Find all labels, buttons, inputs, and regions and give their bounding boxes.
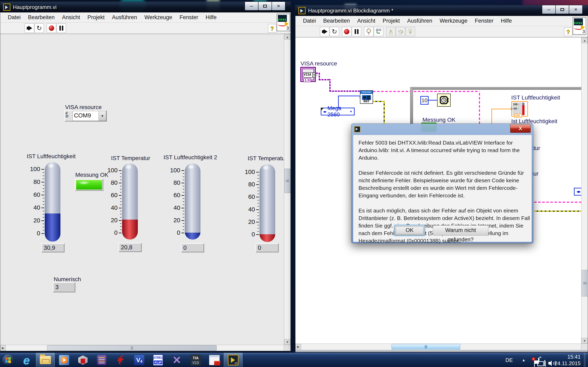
horizontal-scrollbar[interactable]: ◀ ▶ bbox=[0, 345, 291, 351]
dropdown-icon[interactable]: ▼ bbox=[99, 111, 106, 121]
taskbar-app-atmel-flip[interactable]: ATMELFLIP bbox=[149, 353, 167, 367]
com-port-value[interactable]: COM9 bbox=[72, 111, 99, 121]
visa-wire[interactable] bbox=[319, 79, 330, 80]
scrollbar-thumb[interactable] bbox=[392, 344, 460, 350]
taskbar-app-labview[interactable] bbox=[224, 353, 242, 367]
cleanup-diagram-button[interactable] bbox=[374, 27, 383, 36]
menu-datei[interactable]: Datei bbox=[5, 13, 24, 21]
minimize-button[interactable]: – bbox=[542, 5, 555, 14]
board-wire[interactable] bbox=[338, 96, 360, 96]
scroll-right-icon[interactable]: ▶ bbox=[295, 344, 301, 350]
taskbar-app-internet-explorer[interactable]: e bbox=[17, 353, 36, 367]
language-indicator[interactable]: DE bbox=[506, 357, 513, 363]
vertical-scrollbar[interactable]: ▲ ▼ bbox=[284, 34, 291, 345]
maximize-button[interactable] bbox=[258, 2, 272, 10]
menu-fenster[interactable]: Fenster bbox=[176, 13, 201, 21]
error-wire[interactable] bbox=[384, 101, 385, 124]
humidity-wire[interactable] bbox=[492, 109, 512, 109]
scrollbar-thumb[interactable] bbox=[582, 270, 588, 296]
pause-button[interactable] bbox=[352, 27, 361, 36]
taskbar-app-toolbox-app[interactable] bbox=[205, 353, 224, 367]
menu-ausführen[interactable]: Ausführen bbox=[404, 17, 435, 25]
pause-button[interactable] bbox=[57, 24, 66, 33]
messung-ok-led[interactable] bbox=[75, 179, 103, 191]
taskbar-app-keil-uvision[interactable]: V4 bbox=[130, 353, 149, 367]
visa-wire[interactable] bbox=[329, 91, 360, 92]
step-over-button[interactable] bbox=[396, 27, 405, 36]
humidity-wire[interactable] bbox=[492, 109, 492, 124]
menu-ausführen[interactable]: Ausführen bbox=[109, 13, 140, 21]
why-not-found-button[interactable]: Warum nicht gefunden? bbox=[433, 225, 488, 235]
close-button[interactable]: × bbox=[569, 5, 582, 14]
vertical-scrollbar[interactable]: ▲ ▼ bbox=[581, 38, 588, 343]
scrollbar-thumb[interactable] bbox=[285, 169, 290, 193]
taskbar-app-tia-portal[interactable]: TIAV13 bbox=[186, 353, 205, 367]
menu-hilfe[interactable]: Hilfe bbox=[203, 13, 220, 21]
titlebar[interactable]: Hauptprogramm.vi – × bbox=[0, 2, 291, 12]
enum-node-fragment[interactable]: ◀▶ bbox=[574, 188, 581, 196]
taskbar-app-windows-explorer[interactable] bbox=[36, 353, 55, 367]
while-loop-border[interactable] bbox=[410, 87, 581, 90]
ok-button[interactable]: OK bbox=[394, 225, 425, 235]
run-button[interactable] bbox=[25, 24, 34, 33]
show-desktop-button[interactable] bbox=[584, 353, 586, 367]
resource-wire[interactable] bbox=[373, 91, 480, 92]
scroll-up-icon[interactable]: ▲ bbox=[284, 34, 291, 40]
increment-decrement-icon[interactable]: ◀▶ bbox=[323, 110, 326, 113]
menu-bearbeiten[interactable]: Bearbeiten bbox=[25, 13, 58, 21]
clock[interactable]: 15:41 24.11.2015 bbox=[554, 354, 581, 367]
close-button[interactable]: × bbox=[272, 2, 285, 10]
board-type-enum[interactable]: ◀▶ Mega 2560 ▼ bbox=[321, 108, 355, 115]
humidity-indicator-terminal[interactable]: 100 - 50 - ▷ DBL bbox=[511, 101, 528, 117]
highlight-execution-button[interactable] bbox=[364, 27, 373, 36]
menu-bearbeiten[interactable]: Bearbeiten bbox=[320, 17, 353, 25]
scroll-down-icon[interactable]: ▼ bbox=[581, 338, 588, 343]
arduino-init-vi[interactable]: ARDUINO INIT bbox=[360, 90, 373, 104]
run-continuous-button[interactable]: ↻ bbox=[330, 27, 339, 36]
run-continuous-button[interactable]: ↻ bbox=[35, 24, 44, 33]
taskbar-app-media-player[interactable] bbox=[55, 353, 73, 367]
scroll-right-icon[interactable]: ▶ bbox=[0, 345, 6, 351]
scroll-down-icon[interactable]: ▼ bbox=[284, 339, 291, 345]
maximize-button[interactable] bbox=[555, 5, 569, 14]
resource-wire[interactable] bbox=[479, 91, 480, 124]
wait-wire[interactable] bbox=[429, 100, 438, 100]
while-loop-border[interactable] bbox=[410, 87, 413, 124]
abort-button[interactable] bbox=[342, 27, 351, 36]
taskbar-app-red-cube-app[interactable] bbox=[73, 353, 92, 367]
menu-fenster[interactable]: Fenster bbox=[472, 17, 497, 25]
help-button[interactable]: ? bbox=[268, 24, 276, 33]
menu-projekt[interactable]: Projekt bbox=[84, 13, 108, 21]
show-hidden-icons-icon[interactable]: ▲ bbox=[522, 358, 526, 362]
numerisch-value-box[interactable]: 3 bbox=[53, 282, 75, 292]
dropdown-icon[interactable]: ▼ bbox=[350, 110, 352, 113]
taskbar-app-atmel-studio[interactable] bbox=[92, 353, 111, 367]
menu-werkzeuge[interactable]: Werkzeuge bbox=[437, 17, 470, 25]
wait-ms-function[interactable] bbox=[437, 94, 450, 107]
run-button[interactable] bbox=[320, 27, 329, 36]
scroll-up-icon[interactable]: ▲ bbox=[581, 38, 588, 43]
menu-hilfe[interactable]: Hilfe bbox=[498, 17, 515, 25]
minimize-button[interactable]: – bbox=[245, 2, 258, 10]
labview-logo[interactable]: 3 bbox=[573, 17, 586, 35]
help-button[interactable]: ? bbox=[564, 27, 572, 36]
error-wire[interactable] bbox=[534, 211, 581, 212]
taskbar-app-visual-studio[interactable]: ✕ bbox=[167, 353, 186, 367]
visa-resource-combo[interactable]: I/OCOM9▼ bbox=[65, 110, 107, 122]
labview-logo[interactable]: 3 bbox=[277, 14, 290, 31]
resource-wire[interactable] bbox=[534, 202, 581, 203]
scrollbar-thumb[interactable] bbox=[47, 345, 217, 351]
horizontal-scrollbar[interactable]: ◀ ▶ bbox=[295, 343, 588, 350]
menu-projekt[interactable]: Projekt bbox=[380, 17, 403, 25]
dialog-close-button[interactable]: X bbox=[510, 124, 531, 133]
menu-datei[interactable]: Datei bbox=[300, 17, 319, 25]
abort-button[interactable] bbox=[47, 24, 56, 33]
menu-ansicht[interactable]: Ansicht bbox=[354, 17, 379, 25]
taskbar-app-eagle-cad[interactable] bbox=[111, 353, 130, 367]
menu-ansicht[interactable]: Ansicht bbox=[59, 13, 83, 21]
titlebar[interactable]: Hauptprogramm.vi Blockdiagramm * – × bbox=[295, 5, 588, 16]
visa-resource-terminal[interactable]: VISA ▼ ▷ I/O bbox=[300, 67, 316, 82]
menu-werkzeuge[interactable]: Werkzeuge bbox=[141, 13, 175, 21]
visa-wire[interactable] bbox=[329, 79, 330, 92]
wait-ms-constant[interactable]: 10 bbox=[420, 96, 429, 105]
